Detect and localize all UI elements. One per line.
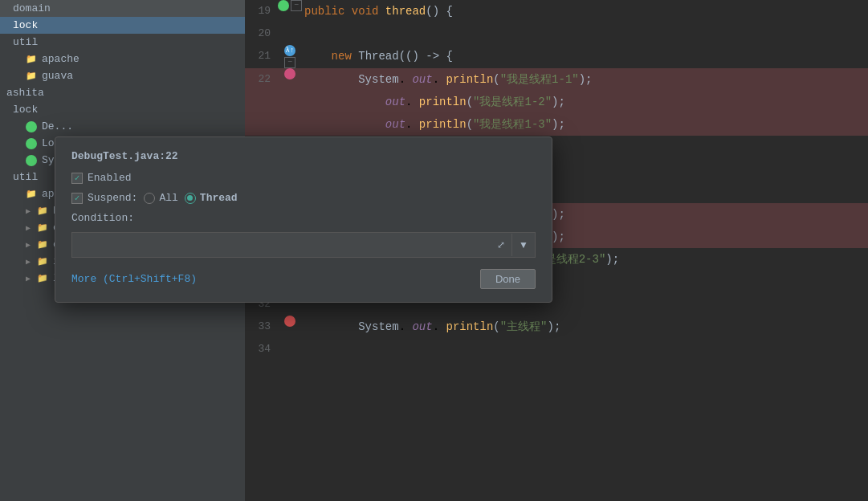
bp-green-icon[interactable] — [278, 0, 289, 11]
sidebar-item-label: De... — [42, 120, 73, 132]
thread-radio[interactable] — [185, 193, 196, 204]
dropdown-button[interactable]: ▼ — [512, 234, 535, 256]
collapse-icon[interactable]: − — [291, 0, 302, 11]
code-line-21: 21 λ↑ − new Thread(() -> { — [245, 45, 868, 68]
more-link[interactable]: More (Ctrl+Shift+F8) — [71, 273, 197, 285]
enabled-row: Enabled — [71, 172, 536, 184]
line-number: 19 — [245, 0, 279, 22]
condition-input-wrapper: ⤢ ▼ — [71, 232, 536, 258]
tree-arrow-icon: ▶ — [26, 274, 31, 283]
sidebar-item-lock[interactable]: lock — [0, 17, 245, 34]
tree-arrow-icon: ▶ — [26, 240, 31, 250]
green-circle-icon — [26, 155, 37, 166]
sidebar-item-label: util — [13, 171, 38, 183]
line-code: out. println("我是线程1-2"); — [301, 91, 868, 113]
condition-input-row: ⤢ ▼ — [71, 232, 536, 258]
line-code: public void thread() { — [301, 0, 868, 22]
sidebar-item-label: lock — [13, 19, 38, 31]
line-gutter — [279, 316, 301, 327]
sidebar-item-apache[interactable]: 📁 apache — [0, 51, 245, 67]
line-number: 20 — [245, 22, 279, 45]
sidebar-item-guava[interactable]: 📁 guava — [0, 67, 245, 84]
suspend-row: Suspend: All Thread — [71, 192, 536, 204]
line-code: System. out. println("主线程"); — [301, 316, 868, 338]
sidebar-item-lock2[interactable]: lock — [0, 101, 245, 118]
thread-label: Thread — [200, 192, 238, 204]
line-number: 21 — [245, 45, 279, 67]
enabled-label: Enabled — [88, 172, 132, 184]
collapse-icon[interactable]: − — [284, 57, 295, 68]
thread-radio-wrapper[interactable]: Thread — [185, 192, 238, 204]
enabled-checkbox-wrapper[interactable]: Enabled — [71, 172, 132, 184]
sidebar-item-label: ashita — [6, 87, 44, 99]
sidebar-item-label: util — [13, 36, 38, 48]
sidebar-item-util[interactable]: util — [0, 34, 245, 51]
tree-arrow-icon: ▶ — [26, 223, 31, 233]
line-gutter: λ↑ − — [279, 45, 301, 68]
green-circle-icon — [26, 121, 37, 132]
line-number: 34 — [245, 338, 279, 360]
suspend-checkbox-wrapper[interactable]: Suspend: — [71, 192, 137, 204]
line-number: 22 — [245, 68, 279, 91]
line-gutter — [279, 68, 301, 79]
line-code: new Thread(() -> { — [301, 45, 868, 67]
suspend-label: Suspend: — [88, 192, 137, 204]
sidebar-item-domain[interactable]: domain — [0, 0, 245, 17]
folder-icon: 📁 — [37, 256, 48, 267]
code-line-20: 20 — [245, 22, 868, 45]
bp-red-icon[interactable] — [284, 316, 295, 327]
folder-icon: 📁 — [37, 239, 48, 250]
all-radio[interactable] — [144, 193, 155, 204]
condition-input[interactable] — [72, 236, 490, 255]
code-line-33: 33 System. out. println("主线程"); — [245, 316, 868, 338]
folder-icon: 📁 — [26, 71, 37, 81]
code-line-22: 22 System. out. println("我是线程1-1"); — [245, 68, 868, 91]
sidebar-item-de[interactable]: De... — [0, 118, 245, 135]
bp-pink-icon[interactable] — [284, 68, 295, 79]
sidebar-item-ashita[interactable]: ashita — [0, 84, 245, 101]
expand-button[interactable]: ⤢ — [490, 234, 512, 256]
sidebar-item-label: domain — [13, 2, 51, 14]
folder-icon: 📁 — [26, 54, 37, 64]
line-number: 33 — [245, 316, 279, 338]
code-line-cont2: out. println("我是线程1-3"); — [245, 113, 868, 136]
green-circle-icon — [26, 138, 37, 149]
folder-icon: 📁 — [26, 189, 37, 199]
sidebar-item-label: lock — [13, 104, 38, 116]
line-gutter: − — [279, 0, 301, 11]
tree-arrow-icon: ▶ — [26, 206, 31, 216]
code-line-19: 19 − public void thread() { — [245, 0, 868, 22]
done-button[interactable]: Done — [480, 269, 536, 289]
folder-icon: 📁 — [37, 273, 48, 283]
tree-arrow-icon: ▶ — [26, 257, 31, 267]
line-code: out. println("我是线程1-3"); — [301, 113, 868, 136]
dialog-footer: More (Ctrl+Shift+F8) Done — [71, 269, 536, 289]
folder-icon: 📁 — [37, 206, 48, 216]
condition-label: Condition: — [71, 212, 134, 224]
breakpoint-dialog: DebugTest.java:22 Enabled Suspend: All T… — [55, 136, 552, 303]
code-line-cont1: out. println("我是线程1-2"); — [245, 91, 868, 113]
folder-icon: 📁 — [37, 222, 48, 233]
line-code: System. out. println("我是线程1-1"); — [301, 68, 868, 91]
code-line-34: 34 — [245, 338, 868, 360]
enabled-checkbox[interactable] — [71, 173, 83, 184]
dialog-title: DebugTest.java:22 — [71, 150, 536, 162]
sidebar-item-label: apache — [42, 53, 79, 65]
sidebar-item-label: guava — [42, 70, 73, 82]
suspend-checkbox[interactable] — [71, 193, 83, 204]
all-radio-wrapper[interactable]: All — [144, 192, 177, 204]
condition-label-row: Condition: — [71, 212, 536, 224]
all-label: All — [159, 192, 177, 204]
